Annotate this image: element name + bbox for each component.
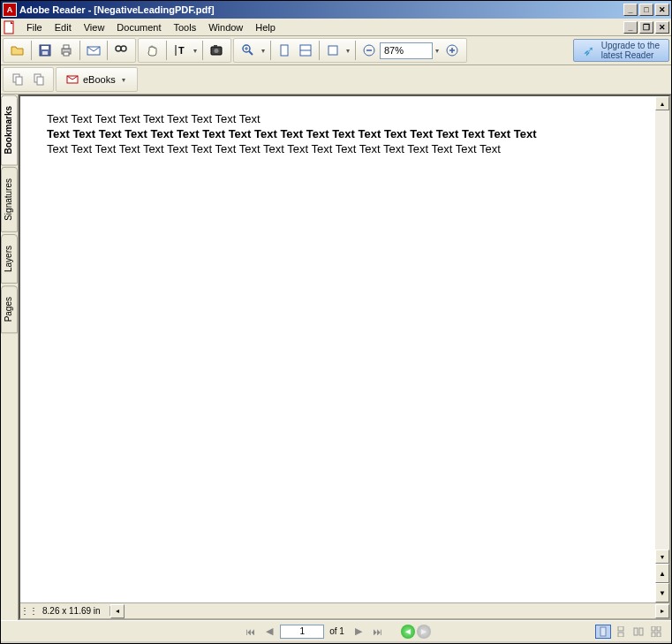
resize-grip-icon[interactable]: ⋮⋮ xyxy=(20,606,34,616)
save-button[interactable] xyxy=(34,40,56,61)
page-down-button[interactable]: ▼ xyxy=(655,583,669,602)
fit-width-button[interactable] xyxy=(295,40,316,61)
side-panel-tabs: Bookmarks Signatures Layers Pages xyxy=(1,95,19,620)
svg-rect-2 xyxy=(42,46,49,49)
doc-restore-button[interactable]: ❐ xyxy=(639,21,653,34)
zoom-out-button[interactable] xyxy=(359,40,380,61)
search-button[interactable] xyxy=(110,40,132,61)
close-button[interactable]: ✕ xyxy=(655,4,669,16)
single-page-view-button[interactable] xyxy=(595,625,611,639)
page-count-label: of 1 xyxy=(326,626,348,636)
scroll-left-button[interactable]: ◂ xyxy=(110,604,125,618)
toolbar-main: T ▾ ▾ ▾ ▾ ➶ Upgrade to the latest Reader xyxy=(1,36,671,65)
last-page-button[interactable]: ⏭ xyxy=(369,624,387,640)
svg-rect-6 xyxy=(64,52,69,56)
menu-edit[interactable]: Edit xyxy=(49,20,78,34)
zoom-level-dropdown[interactable]: ▾ xyxy=(433,47,442,55)
email-button[interactable] xyxy=(83,40,104,61)
svg-point-14 xyxy=(215,49,219,53)
svg-rect-15 xyxy=(214,45,217,47)
nav-forward-button[interactable]: ► xyxy=(417,625,431,639)
doc-line-3: Text Text Text Text Text Text Text Text … xyxy=(47,142,629,157)
doc-line-1: Text Text Text Text Text Text Text Text … xyxy=(47,112,629,127)
ebooks-button[interactable]: eBooks ▾ xyxy=(60,69,133,90)
vertical-scrollbar[interactable]: ▴ ▾ ▲ ▼ xyxy=(655,96,669,602)
continuous-view-button[interactable] xyxy=(613,625,629,639)
window-controls: _ □ ✕ xyxy=(622,4,669,16)
document-viewport: Text Text Text Text Text Text Text Text … xyxy=(19,95,671,620)
scroll-up-button[interactable]: ▴ xyxy=(655,96,669,110)
ebooks-label: eBooks xyxy=(83,74,116,85)
rotate-button[interactable] xyxy=(322,40,344,61)
menu-tools[interactable]: Tools xyxy=(168,20,203,34)
status-bar: ⋮⋮ 8.26 x 11.69 in ◂ ▸ xyxy=(20,602,669,618)
page-up-button[interactable]: ▲ xyxy=(655,564,669,583)
document-scroll-area[interactable]: Text Text Text Text Text Text Text Text … xyxy=(20,96,655,602)
tab-pages[interactable]: Pages xyxy=(1,285,18,333)
svg-rect-34 xyxy=(600,627,606,636)
facing-view-button[interactable] xyxy=(630,625,646,639)
nav-back-button[interactable]: ◄ xyxy=(401,625,415,639)
document-page: Text Text Text Text Text Text Text Text … xyxy=(20,96,655,173)
ebooks-icon xyxy=(65,72,79,87)
menu-file[interactable]: File xyxy=(20,20,49,34)
svg-rect-32 xyxy=(37,77,43,85)
svg-rect-36 xyxy=(618,633,623,637)
snapshot-button[interactable] xyxy=(206,40,227,61)
menu-document[interactable]: Document xyxy=(110,20,167,34)
zoom-dropdown[interactable]: ▾ xyxy=(259,47,268,55)
menu-window[interactable]: Window xyxy=(202,20,249,34)
window-title: Adobe Reader - [NegativeLeadingPDF.pdf] xyxy=(19,4,622,15)
doc-close-button[interactable]: ✕ xyxy=(655,21,669,34)
tab-signatures[interactable]: Signatures xyxy=(1,167,18,232)
upgrade-text-1: Upgrade to the xyxy=(601,41,660,50)
svg-rect-39 xyxy=(652,626,655,631)
tab-bookmarks[interactable]: Bookmarks xyxy=(1,95,18,165)
upgrade-button[interactable]: ➶ Upgrade to the latest Reader xyxy=(573,39,669,62)
minimize-button[interactable]: _ xyxy=(623,4,638,16)
scroll-right-button[interactable]: ▸ xyxy=(655,604,669,618)
svg-text:T: T xyxy=(178,45,185,56)
title-bar: A Adobe Reader - [NegativeLeadingPDF.pdf… xyxy=(1,1,671,19)
svg-rect-20 xyxy=(281,45,288,56)
svg-rect-35 xyxy=(618,626,623,631)
svg-rect-38 xyxy=(639,628,643,635)
zoom-input[interactable] xyxy=(380,42,433,59)
first-page-button[interactable]: ⏮ xyxy=(241,624,259,640)
print-button[interactable] xyxy=(56,40,77,61)
maximize-button[interactable]: □ xyxy=(639,4,653,16)
ebooks-dropdown[interactable]: ▾ xyxy=(119,76,128,84)
next-page-button[interactable]: ▶ xyxy=(350,624,367,640)
paste-button[interactable] xyxy=(28,69,49,90)
copy-button[interactable] xyxy=(7,69,28,90)
horizontal-scrollbar[interactable]: ◂ ▸ xyxy=(110,604,669,618)
svg-rect-42 xyxy=(657,633,661,637)
open-button[interactable] xyxy=(7,40,28,61)
prev-page-button[interactable]: ◀ xyxy=(260,624,278,640)
content-area: Bookmarks Signatures Layers Pages Text T… xyxy=(1,95,671,620)
app-icon: A xyxy=(3,3,17,17)
svg-rect-5 xyxy=(64,45,69,49)
svg-rect-30 xyxy=(16,77,22,85)
page-layout-buttons xyxy=(595,625,664,639)
text-select-button[interactable]: T xyxy=(170,40,191,61)
doc-minimize-button[interactable]: _ xyxy=(623,21,638,34)
text-select-dropdown[interactable]: ▾ xyxy=(191,47,200,55)
upgrade-arrow-icon: ➶ xyxy=(583,42,594,59)
rotate-dropdown[interactable]: ▾ xyxy=(344,47,352,55)
zoom-in2-button[interactable] xyxy=(442,40,463,61)
toolbar-secondary: eBooks ▾ xyxy=(1,65,671,95)
menu-view[interactable]: View xyxy=(78,20,111,34)
fit-page-button[interactable] xyxy=(274,40,295,61)
page-number-input[interactable] xyxy=(280,625,324,639)
tab-layers[interactable]: Layers xyxy=(1,234,18,284)
zoom-in-button[interactable] xyxy=(238,40,259,61)
hand-tool-button[interactable] xyxy=(142,40,163,61)
menu-help[interactable]: Help xyxy=(249,20,282,34)
scroll-track[interactable] xyxy=(655,110,669,549)
svg-rect-37 xyxy=(634,628,638,635)
scroll-down-button[interactable]: ▾ xyxy=(655,549,669,564)
svg-rect-3 xyxy=(42,51,48,55)
doc-icon xyxy=(3,20,17,34)
continuous-facing-view-button[interactable] xyxy=(648,625,664,639)
